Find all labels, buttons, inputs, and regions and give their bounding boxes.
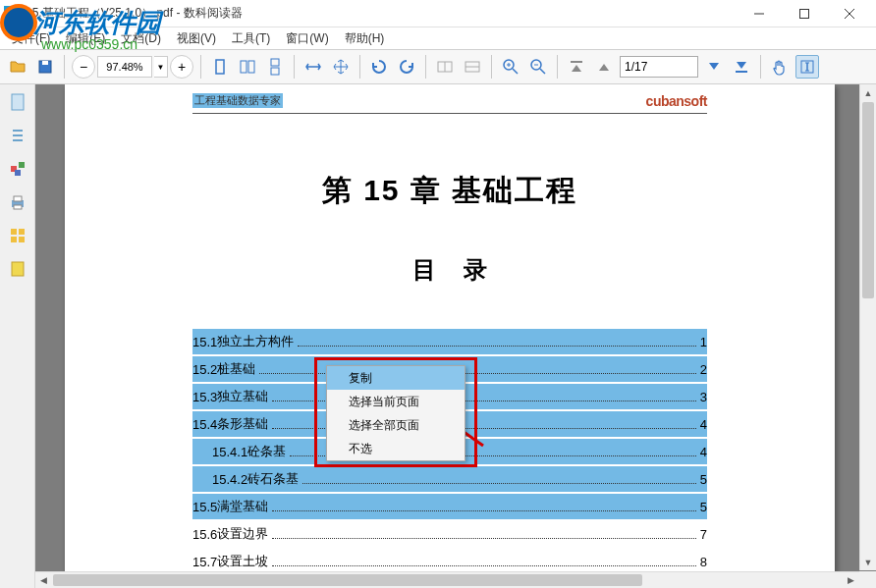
context-menu-item[interactable]: 复制 (327, 366, 465, 390)
toc-dots (298, 346, 695, 347)
maximize-button[interactable] (782, 0, 827, 27)
svg-line-16 (513, 69, 518, 74)
svg-rect-40 (11, 237, 17, 242)
print-button[interactable] (4, 188, 31, 216)
toc-item[interactable]: 15.1 独立土方构件1 (192, 329, 707, 354)
toc-page: 4 (700, 445, 707, 459)
close-button[interactable] (827, 0, 872, 27)
rotate-left-button[interactable] (367, 55, 391, 79)
toc-number: 15.6 (192, 527, 217, 542)
toc-number: 15.2 (192, 362, 217, 377)
last-page-button[interactable] (730, 55, 753, 79)
scroll-left-icon[interactable]: ◀ (35, 572, 52, 588)
menu-doc[interactable]: 文档(D) (113, 28, 169, 49)
double-page-button[interactable] (236, 55, 259, 79)
toc-text: 条形基础 (217, 415, 268, 433)
svg-rect-10 (271, 68, 279, 75)
open-button[interactable] (6, 55, 29, 79)
menu-tool[interactable]: 工具(T) (224, 28, 278, 49)
scroll-right-icon[interactable]: ▶ (843, 572, 859, 588)
attachments-button[interactable] (4, 155, 31, 183)
fit-page-button[interactable] (329, 55, 353, 79)
menu-edit[interactable]: 编辑(E) (58, 28, 113, 49)
rotate-right-button[interactable] (395, 55, 418, 79)
zoom-in-tool[interactable] (499, 55, 522, 79)
minimize-button[interactable] (737, 0, 782, 27)
hand-tool-button[interactable] (768, 55, 792, 79)
scroll-thumb-h[interactable] (53, 574, 642, 586)
toc-heading: 目录 (192, 254, 707, 286)
scroll-thumb-v[interactable] (862, 102, 874, 298)
toc-dots (259, 373, 695, 374)
next-page-button[interactable] (702, 55, 726, 79)
page-header: 工程基础数据专家 cubansoft (192, 84, 707, 114)
svg-rect-37 (14, 205, 22, 209)
toc-item[interactable]: 15.6 设置边界7 (192, 521, 707, 547)
title-bar: OFD 15.基础工程（V25.1.0）.pdf - 数科阅读器 (0, 0, 876, 27)
context-menu: 复制选择当前页面选择全部页面不选 (326, 365, 465, 461)
prev-page-button[interactable] (592, 55, 616, 79)
svg-rect-34 (15, 170, 21, 176)
context-menu-item[interactable]: 选择全部页面 (327, 413, 465, 437)
context-menu-item[interactable]: 选择当前页面 (327, 390, 465, 413)
menu-view[interactable]: 视图(V) (169, 28, 224, 49)
menu-window[interactable]: 窗口(W) (278, 28, 336, 49)
toc-page: 5 (700, 472, 707, 487)
toc-text: 砼条基 (247, 443, 286, 460)
toc-number: 15.3 (192, 390, 217, 404)
menu-help[interactable]: 帮助(H) (337, 28, 393, 49)
page-input[interactable] (620, 56, 698, 78)
zoom-in-button[interactable]: + (170, 55, 193, 79)
toc-item[interactable]: 15.4.2 砖石条基5 (192, 466, 707, 492)
toc-item[interactable]: 15.5 满堂基础5 (192, 494, 707, 519)
toolbar: − 97.48% ▼ + (0, 49, 876, 84)
svg-rect-28 (12, 94, 24, 110)
svg-rect-39 (19, 229, 25, 235)
svg-rect-1 (800, 9, 809, 18)
single-page-button[interactable] (208, 55, 232, 79)
toc-dots (272, 510, 695, 511)
toc-page: 7 (700, 527, 707, 542)
svg-rect-38 (11, 229, 17, 235)
toc-text: 桩基础 (217, 360, 255, 378)
app-icon: OFD (4, 6, 20, 22)
toc-number: 15.7 (192, 555, 217, 569)
svg-rect-9 (271, 59, 279, 66)
svg-line-20 (540, 69, 545, 74)
outline-button[interactable] (4, 122, 31, 149)
thumbnails-button[interactable] (4, 88, 31, 116)
svg-rect-6 (216, 60, 224, 74)
svg-rect-5 (42, 61, 48, 65)
select-text-button[interactable] (795, 55, 819, 79)
horizontal-scrollbar[interactable]: ◀ ▶ (35, 571, 859, 588)
document-page: 工程基础数据专家 cubansoft 第 15 章 基础工程 目录 15.1 独… (65, 84, 835, 588)
zoom-out-tool[interactable] (526, 55, 550, 79)
scroll-down-icon[interactable]: ▼ (860, 554, 876, 570)
svg-rect-42 (12, 262, 24, 276)
vertical-scrollbar[interactable]: ▲ ▼ (859, 84, 876, 570)
zoom-value[interactable]: 97.48% (97, 56, 152, 78)
scroll-up-icon[interactable]: ▲ (860, 84, 876, 101)
continuous-button[interactable] (263, 55, 287, 79)
layers-button[interactable] (4, 222, 31, 249)
toc-text: 独立土方构件 (217, 333, 294, 350)
zoom-out-button[interactable]: − (72, 55, 95, 79)
menu-file[interactable]: 文件(F) (4, 28, 58, 49)
zoom-dropdown[interactable]: ▼ (154, 56, 168, 78)
svg-rect-7 (241, 61, 246, 73)
layout1-button[interactable] (433, 55, 457, 79)
toc-text: 设置土坡 (217, 553, 268, 570)
notes-button[interactable] (4, 255, 31, 283)
toc-page: 5 (700, 500, 707, 514)
scrollbar-corner (859, 571, 876, 588)
page-header-left: 工程基础数据专家 (192, 93, 283, 108)
window-title: 15.基础工程（V25.1.0）.pdf - 数科阅读器 (26, 5, 243, 22)
save-button[interactable] (33, 55, 57, 79)
toc-page: 2 (700, 362, 707, 377)
fit-width-button[interactable] (301, 55, 325, 79)
toc-dots (272, 565, 695, 566)
context-menu-item[interactable]: 不选 (327, 437, 465, 460)
layout2-button[interactable] (461, 55, 484, 79)
first-page-button[interactable] (565, 55, 588, 79)
svg-rect-41 (19, 237, 25, 242)
